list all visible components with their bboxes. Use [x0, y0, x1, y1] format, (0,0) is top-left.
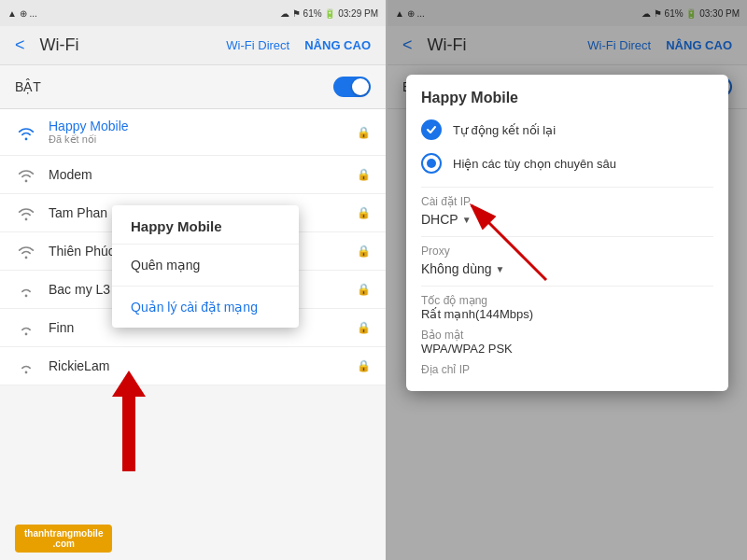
bacmyl3-lock: 🔒	[357, 283, 371, 296]
wifi-icon-modem	[15, 165, 37, 184]
advanced-checkbox[interactable]	[421, 153, 442, 174]
left-bat-row: BẬT	[0, 65, 386, 109]
happy-mobile-info: Happy Mobile Đã kết nối	[49, 119, 345, 146]
proxy-value[interactable]: Không dùng ▼	[421, 261, 713, 276]
watermark-suffix: .com	[24, 539, 103, 549]
dialog-option-auto-reconnect[interactable]: Tự động kết nối lại	[421, 119, 713, 140]
left-wifi-header: < Wi-Fi Wi-Fi Direct NÂNG CAO	[0, 26, 386, 65]
speed-value: Rất mạnh(144Mbps)	[421, 307, 713, 321]
proxy-value-text: Không dùng	[421, 261, 492, 276]
left-status-icons: ▲ ⊕ ...	[7, 8, 37, 19]
watermark: thanhtrangmobile .com	[15, 525, 112, 553]
happy-mobile-name: Happy Mobile	[49, 119, 345, 133]
rickielam-info: RickieLam	[49, 358, 345, 373]
modem-info: Modem	[49, 167, 345, 182]
right-phone: ▲ ⊕ ... ☁ ⚑ 61% 🔋 03:30 PM < Wi-Fi Wi-Fi…	[388, 0, 747, 560]
modem-lock: 🔒	[357, 168, 371, 181]
left-status-left-icons: ▲ ⊕ ...	[7, 8, 37, 19]
wifi-icon-rickielam	[15, 357, 37, 375]
thienphucluxury-lock: 🔒	[357, 245, 371, 258]
auto-reconnect-checkbox[interactable]	[421, 119, 442, 140]
proxy-label: Proxy	[421, 245, 713, 258]
wifi-item-rickielam[interactable]: RickieLam 🔒	[0, 347, 386, 385]
ip-settings-label: Cài đặt IP	[421, 195, 713, 208]
left-status-time: ☁ ⚑ 61% 🔋 03:29 PM	[280, 8, 378, 19]
rickielam-lock: 🔒	[357, 359, 371, 372]
arrow-head	[112, 371, 146, 397]
dialog-divider3	[421, 286, 713, 287]
dialog-divider1	[421, 187, 713, 188]
security-value: WPA/WPA2 PSK	[421, 342, 713, 356]
dialog-box: Happy Mobile Tự động kết nối lại Hiện cá…	[406, 75, 728, 391]
ip-value-text: DHCP	[421, 212, 458, 227]
advanced-label: Hiện các tùy chọn chuyên sâu	[453, 157, 616, 171]
proxy-dropdown-arrow: ▼	[496, 264, 505, 274]
rickielam-name: RickieLam	[49, 358, 345, 373]
left-arrow-indicator	[112, 371, 146, 471]
left-toggle-container	[333, 77, 371, 97]
watermark-brand: thanhtrangmobile	[24, 528, 103, 539]
dialog-divider2	[421, 236, 713, 237]
finn-lock: 🔒	[357, 321, 371, 334]
left-status-right: ☁ ⚑ 61% 🔋 03:29 PM	[280, 8, 378, 19]
wifi-icon-bacmyl3	[15, 280, 37, 299]
wifi-icon-thienphucluxury	[15, 242, 37, 260]
context-menu-item-quanly[interactable]: Quản lý cài đặt mạng	[112, 287, 299, 328]
speed-label: Tốc độ mạng	[421, 294, 713, 307]
left-nang-cao-link[interactable]: NÂNG CAO	[304, 38, 371, 52]
context-menu-title: Happy Mobile	[112, 205, 299, 245]
security-label: Bảo mật	[421, 329, 713, 342]
ip-settings-value[interactable]: DHCP ▼	[421, 212, 713, 227]
ip-dropdown-arrow: ▼	[462, 215, 472, 225]
left-wifi-toggle[interactable]	[333, 77, 371, 97]
happy-mobile-lock: 🔒	[357, 126, 371, 139]
left-back-button[interactable]: <	[15, 35, 25, 55]
auto-reconnect-label: Tự động kết nối lại	[453, 123, 556, 137]
dialog-option-advanced[interactable]: Hiện các tùy chọn chuyên sâu	[421, 153, 713, 174]
ip-addr-label: Địa chỉ IP	[421, 363, 713, 376]
dialog-title: Happy Mobile	[421, 90, 713, 106]
left-phone: ▲ ⊕ ... ☁ ⚑ 61% 🔋 03:29 PM < Wi-Fi Wi-Fi…	[0, 0, 388, 560]
tamphan-lock: 🔒	[357, 206, 371, 219]
happy-mobile-sub: Đã kết nối	[49, 133, 345, 146]
screenshot-container: ▲ ⊕ ... ☁ ⚑ 61% 🔋 03:29 PM < Wi-Fi Wi-Fi…	[0, 0, 747, 560]
left-status-bar: ▲ ⊕ ... ☁ ⚑ 61% 🔋 03:29 PM	[0, 0, 386, 26]
wifi-item-modem[interactable]: Modem 🔒	[0, 156, 386, 194]
left-wifi-direct-link[interactable]: Wi-Fi Direct	[226, 38, 289, 52]
arrow-shaft	[122, 397, 135, 471]
wifi-icon-happy-mobile	[15, 123, 37, 142]
left-bat-label: BẬT	[15, 79, 41, 94]
context-menu-item-quen[interactable]: Quên mạng	[112, 245, 299, 287]
context-menu: Happy Mobile Quên mạng Quản lý cài đặt m…	[112, 205, 299, 328]
wifi-icon-tamphan	[15, 203, 37, 222]
left-wifi-title: Wi-Fi	[40, 35, 212, 55]
wifi-item-happy-mobile[interactable]: Happy Mobile Đã kết nối 🔒	[0, 109, 386, 156]
modem-name: Modem	[49, 167, 345, 182]
wifi-icon-finn	[15, 318, 37, 337]
